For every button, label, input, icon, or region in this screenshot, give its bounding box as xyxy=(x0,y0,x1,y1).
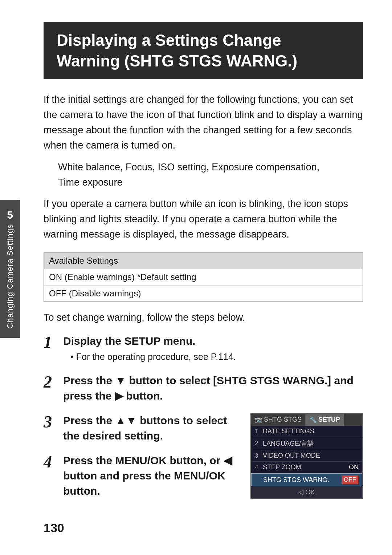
step-4-content: Press the MENU/OK button, or ◀ button an… xyxy=(63,453,243,499)
camera-ok-bar: ◁ OK xyxy=(251,486,362,498)
camera-menu-row-4: 4 STEP ZOOM ON xyxy=(251,462,362,473)
page-title: Displaying a Settings Change Warning (SH… xyxy=(57,30,353,71)
step-1: 1 Display the SETUP menu. For the operat… xyxy=(44,333,363,364)
settings-table: Available Settings ON (Enable warnings) … xyxy=(44,252,363,302)
camera-tab-bar: 📷 SHTG STGS 🔧 SETUP xyxy=(251,414,362,426)
step-2-content: Press the ▼ button to select [SHTG STGS … xyxy=(63,373,363,404)
camera-tab-shtg: 📷 SHTG STGS xyxy=(251,414,306,426)
intro-indent1: White balance, Focus, ISO setting, Expos… xyxy=(44,160,363,175)
intro-paragraph1: If the initial settings are changed for … xyxy=(44,92,363,153)
chapter-number: 5 xyxy=(7,209,13,221)
intro-paragraph2: If you operate a camera button while an … xyxy=(44,197,363,242)
camera-menu-row-2: 2 LANGUAGE/言語 xyxy=(251,437,362,450)
settings-row-1: ON (Enable warnings) *Default setting xyxy=(44,269,363,285)
set-change-text: To set change warning, follow the steps … xyxy=(44,312,363,323)
step-3-content: Press the ▲▼ buttons to select the desir… xyxy=(63,413,243,443)
step-1-number: 1 xyxy=(44,333,57,352)
camera-screen: 📷 SHTG STGS 🔧 SETUP 1 DATE SETTINGS 2 LA… xyxy=(250,413,363,499)
step-2-number: 2 xyxy=(44,373,57,392)
settings-row-2: OFF (Disable warnings) xyxy=(44,285,363,301)
step-1-title: Display the SETUP menu. xyxy=(63,333,363,349)
step-1-content: Display the SETUP menu. For the operatin… xyxy=(63,333,363,364)
page-container: 5 Changing Camera Settings Displaying a … xyxy=(0,0,392,555)
title-block: Displaying a Settings Change Warning (SH… xyxy=(44,22,363,79)
step-3: 3 Press the ▲▼ buttons to select the des… xyxy=(44,413,243,443)
step-3-number: 3 xyxy=(44,413,57,432)
step-4: 4 Press the MENU/OK button, or ◀ button … xyxy=(44,453,243,499)
camera-tab-setup: 🔧 SETUP xyxy=(306,414,344,426)
step-4-title: Press the MENU/OK button, or ◀ button an… xyxy=(63,453,243,499)
chapter-title: Changing Camera Settings xyxy=(5,224,15,329)
steps-34-container: 3 Press the ▲▼ buttons to select the des… xyxy=(44,413,363,508)
camera-menu-row-5: SHTG STGS WARNG. OFF xyxy=(251,473,362,486)
step-3-title: Press the ▲▼ buttons to select the desir… xyxy=(63,413,243,443)
step-2: 2 Press the ▼ button to select [SHTG STG… xyxy=(44,373,363,404)
step-4-number: 4 xyxy=(44,453,57,471)
settings-table-header: Available Settings xyxy=(44,253,363,269)
steps-34-left: 3 Press the ▲▼ buttons to select the des… xyxy=(44,413,243,508)
step-2-title: Press the ▼ button to select [SHTG STGS … xyxy=(63,373,363,404)
camera-menu-row-3: 3 VIDEO OUT MODE xyxy=(251,450,362,462)
page-number: 130 xyxy=(44,521,64,535)
camera-menu-row-1: 1 DATE SETTINGS xyxy=(251,426,362,437)
step-1-sub: For the operating procedure, see P.114. xyxy=(63,350,363,364)
intro-indent2: Time exposure xyxy=(44,175,363,190)
side-tab: 5 Changing Camera Settings xyxy=(0,200,20,338)
